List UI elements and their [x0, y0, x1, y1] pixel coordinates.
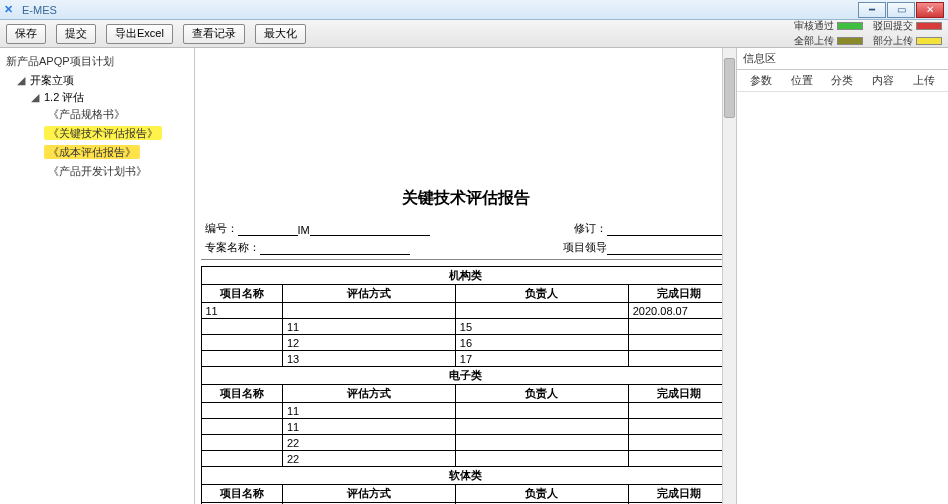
tree-leaf-cost-report[interactable]: 《成本评估报告》 [44, 143, 192, 162]
document-scroll[interactable]: 关键技术评估报告 编号：IM 修订： 专案名称： 项目领导 机构类项目名称评估方… [195, 48, 736, 504]
cell[interactable]: 11 [201, 303, 282, 319]
separator [201, 259, 731, 260]
tree-node-evaluate[interactable]: ◢1.2 评估 《产品规格书》 《关键技术评估报告》 《成本评估报告》 《产品开… [30, 88, 192, 183]
project-name-blank[interactable] [260, 242, 410, 255]
bianhao-mid: IM [298, 224, 310, 236]
eval-table: 机构类项目名称评估方式负责人完成日期112020.08.071115121613… [201, 266, 731, 504]
tree-panel: 新产品APQP项目计划 ◢开案立项 ◢1.2 评估 《产品规格书》 《关键技术评… [0, 48, 195, 504]
close-button[interactable]: ✕ [916, 2, 944, 18]
cell[interactable]: 16 [455, 335, 628, 351]
save-button[interactable]: 保存 [6, 24, 46, 44]
table-row[interactable]: 1115 [201, 319, 730, 335]
bianhao-blank-2[interactable] [310, 223, 430, 236]
cell[interactable] [282, 303, 455, 319]
info-panel: 信息区 参数 位置 分类 内容 上传 [736, 48, 948, 504]
project-name-label: 专案名称： [205, 240, 260, 255]
cell[interactable] [628, 403, 730, 419]
cell[interactable]: 11 [282, 319, 455, 335]
export-excel-button[interactable]: 导出Excel [106, 24, 173, 44]
tree-leaf-key-tech-report[interactable]: 《关键技术评估报告》 [44, 124, 192, 143]
main: 新产品APQP项目计划 ◢开案立项 ◢1.2 评估 《产品规格书》 《关键技术评… [0, 48, 948, 504]
legend-partial-uploaded-label: 部分上传 [873, 34, 913, 48]
legend-rejected-label: 驳回提交 [873, 19, 913, 33]
bianhao-blank-1[interactable] [238, 223, 298, 236]
cell[interactable] [201, 335, 282, 351]
cell[interactable] [455, 451, 628, 467]
col-header: 评估方式 [282, 285, 455, 303]
tree: ◢开案立项 ◢1.2 评估 《产品规格书》 《关键技术评估报告》 《成本评估报告… [2, 71, 192, 185]
col-header: 评估方式 [282, 385, 455, 403]
info-col-upload: 上传 [903, 73, 944, 88]
submit-button[interactable]: 提交 [56, 24, 96, 44]
cell[interactable]: 22 [282, 435, 455, 451]
expand-icon[interactable]: ◢ [16, 74, 26, 87]
info-title: 信息区 [737, 48, 948, 70]
app-title: E-MES [22, 4, 57, 16]
info-col-pos: 位置 [782, 73, 823, 88]
table-row[interactable]: 1317 [201, 351, 730, 367]
project-leader-blank[interactable] [607, 242, 727, 255]
bianhao-label: 编号： [205, 221, 238, 236]
table-row[interactable]: 22 [201, 451, 730, 467]
col-header: 负责人 [455, 285, 628, 303]
cell[interactable]: 2020.08.07 [628, 303, 730, 319]
view-records-button[interactable]: 查看记录 [183, 24, 245, 44]
minimize-button[interactable]: ━ [858, 2, 886, 18]
cell[interactable] [628, 451, 730, 467]
cell[interactable]: 11 [282, 419, 455, 435]
cell[interactable] [201, 351, 282, 367]
table-row[interactable]: 11 [201, 403, 730, 419]
section-header: 电子类 [201, 367, 730, 385]
maximize-button[interactable]: ▭ [887, 2, 915, 18]
cell[interactable]: 15 [455, 319, 628, 335]
tree-leaf-dev-plan[interactable]: 《产品开发计划书》 [44, 162, 192, 181]
cell[interactable] [628, 335, 730, 351]
cell[interactable] [455, 403, 628, 419]
table-row[interactable]: 112020.08.07 [201, 303, 730, 319]
expand-icon[interactable]: ◢ [30, 91, 40, 104]
meta-row-1: 编号：IM 修订： [201, 221, 731, 236]
meta-row-2: 专案名称： 项目领导 [201, 240, 731, 255]
scroll-thumb[interactable] [724, 58, 735, 118]
info-header: 参数 位置 分类 内容 上传 [737, 70, 948, 92]
toolbar: 保存 提交 导出Excel 查看记录 最大化 审核通过 驳回提交 全部上传 部分… [0, 20, 948, 48]
cell[interactable] [201, 403, 282, 419]
maximize-view-button[interactable]: 最大化 [255, 24, 306, 44]
cell[interactable] [201, 435, 282, 451]
document-page: 关键技术评估报告 编号：IM 修订： 专案名称： 项目领导 机构类项目名称评估方… [201, 188, 731, 504]
cell[interactable] [628, 419, 730, 435]
col-header: 负责人 [455, 385, 628, 403]
tree-node-open-case[interactable]: ◢开案立项 ◢1.2 评估 《产品规格书》 《关键技术评估报告》 《成本评估报告… [16, 71, 192, 185]
legend: 审核通过 驳回提交 全部上传 部分上传 [794, 19, 942, 48]
window-controls: ━ ▭ ✕ [858, 2, 944, 18]
doc-title: 关键技术评估报告 [201, 188, 731, 209]
cell[interactable]: 13 [282, 351, 455, 367]
cell[interactable]: 11 [282, 403, 455, 419]
cell[interactable]: 12 [282, 335, 455, 351]
table-row[interactable]: 11 [201, 419, 730, 435]
cell[interactable]: 17 [455, 351, 628, 367]
cell[interactable] [201, 419, 282, 435]
info-body [737, 92, 948, 504]
col-header: 负责人 [455, 485, 628, 503]
cell[interactable] [628, 435, 730, 451]
table-row[interactable]: 22 [201, 435, 730, 451]
revision-blank[interactable] [607, 223, 727, 236]
col-header: 完成日期 [628, 485, 730, 503]
table-row[interactable]: 1216 [201, 335, 730, 351]
cell[interactable] [455, 435, 628, 451]
legend-approved-label: 审核通过 [794, 19, 834, 33]
col-header: 项目名称 [201, 385, 282, 403]
tree-leaf-spec[interactable]: 《产品规格书》 [44, 105, 192, 124]
cell[interactable] [455, 419, 628, 435]
cell[interactable] [201, 451, 282, 467]
info-col-content: 内容 [863, 73, 904, 88]
cell[interactable] [628, 351, 730, 367]
tree-title: 新产品APQP项目计划 [2, 52, 192, 71]
cell[interactable]: 22 [282, 451, 455, 467]
cell[interactable] [455, 303, 628, 319]
vertical-scrollbar[interactable] [722, 48, 736, 504]
col-header: 项目名称 [201, 485, 282, 503]
cell[interactable] [201, 319, 282, 335]
cell[interactable] [628, 319, 730, 335]
